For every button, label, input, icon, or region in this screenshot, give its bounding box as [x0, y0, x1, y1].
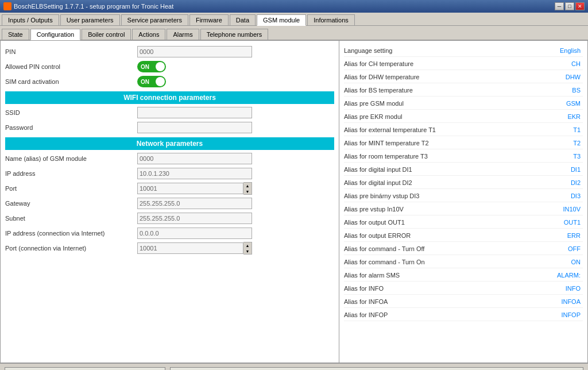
port-spin-down[interactable]: ▼: [243, 188, 252, 194]
alias-label-19: Alias for INFOP: [344, 311, 537, 318]
buttons-area: ✔ Write 🔑 Password for WIFI connection 🗑…: [0, 363, 588, 370]
port-spin-up[interactable]: ▲: [243, 183, 252, 188]
alias-label-2: Alias for BS temperature: [344, 87, 537, 94]
alias-value-1: DHW: [537, 74, 583, 80]
alias-value-7: T3: [537, 153, 583, 160]
change-language-button[interactable]: Change language: [170, 367, 583, 370]
alias-label-8: Alias for digital input DI1: [344, 166, 537, 173]
ip-internet-input[interactable]: [137, 228, 252, 239]
tab-user-parameters[interactable]: User parameters: [60, 14, 120, 25]
ssid-row: SSID: [5, 106, 334, 119]
alias-label-18: Alias for INFOA: [344, 298, 537, 305]
port-internet-spin-buttons: ▲ ▼: [243, 242, 252, 255]
subtab-state[interactable]: State: [2, 29, 29, 40]
tab-firmware[interactable]: Firmware: [189, 14, 229, 25]
write-button[interactable]: ✔ Write: [5, 367, 165, 370]
ssid-label: SSID: [5, 109, 137, 116]
alias-label-15: Alias for command - Turn On: [344, 259, 537, 265]
alias-value-0: CH: [537, 60, 583, 67]
subtab-actions[interactable]: Actions: [132, 29, 165, 40]
alias-value-12: OUT1: [537, 219, 583, 226]
app-icon: [3, 2, 11, 10]
alias-row-12: Alias for output OUT1OUT1: [344, 217, 583, 229]
alias-label-14: Alias for command - Turn Off: [344, 245, 537, 252]
alias-row-19: Alias for INFOPINFOP: [344, 310, 583, 321]
wifi-section-header: WIFI connection parameters: [5, 91, 334, 104]
alias-value-14: OFF: [537, 245, 583, 252]
alias-label-6: Alias for MINT temperature T2: [344, 140, 537, 147]
aliases-container: Alias for CH temperatureCHAlias for DHW …: [344, 59, 583, 321]
alias-row-0: Alias for CH temperatureCH: [344, 59, 583, 70]
name-input[interactable]: [137, 153, 252, 164]
alias-value-5: T1: [537, 126, 583, 133]
alias-row-15: Alias for command - Turn OnON: [344, 257, 583, 268]
alias-value-6: T2: [537, 140, 583, 147]
subtab-telephone-numbers[interactable]: Telephone numbers: [200, 29, 269, 40]
ssid-input[interactable]: [137, 107, 252, 118]
alias-row-9: Alias for digital input DI2DI2: [344, 178, 583, 189]
maximize-button[interactable]: □: [565, 2, 574, 10]
alias-label-17: Alias for INFO: [344, 285, 537, 292]
sim-toggle[interactable]: ON: [137, 76, 166, 87]
port-internet-spin-up[interactable]: ▲: [243, 242, 252, 248]
right-buttons: Change language 🔑 Password for network c…: [170, 367, 583, 370]
port-internet-row: Port (connection via Internet) ▲ ▼: [5, 242, 334, 255]
alias-value-15: ON: [537, 259, 583, 265]
port-internet-spin-down[interactable]: ▼: [243, 248, 252, 254]
title-bar: BoschELBSetting 1.7.7.1 - setup program …: [0, 0, 588, 13]
pin-row: PIN: [5, 45, 334, 58]
alias-row-8: Alias for digital input DI1DI1: [344, 164, 583, 176]
sim-toggle-label: ON: [137, 79, 149, 85]
name-row: Name (alias) of GSM module: [5, 152, 334, 165]
alias-value-19: INFOP: [537, 311, 583, 318]
alias-row-2: Alias for BS temperatureBS: [344, 85, 583, 97]
pin-input[interactable]: [137, 46, 252, 57]
alias-row-4: Alias pre EKR modulEKR: [344, 111, 583, 123]
content-area: PIN Allowed PIN control ON SIM card acti…: [0, 40, 588, 363]
tab-data[interactable]: Data: [230, 14, 256, 25]
minimize-button[interactable]: ─: [555, 2, 564, 10]
alias-value-13: ERR: [537, 232, 583, 239]
alias-value-9: DI2: [537, 179, 583, 186]
ip-internet-label: IP address (connection via Internet): [5, 230, 137, 237]
port-input[interactable]: [137, 183, 243, 194]
tab-inputs-outputs[interactable]: Inputs / Outputs: [2, 14, 59, 25]
ip-row: IP address: [5, 167, 334, 180]
alias-row-1: Alias for DHW temperatureDHW: [344, 72, 583, 83]
subtab-boiler-control[interactable]: Boiler control: [82, 29, 131, 40]
alias-label-5: Alias for external temperature T1: [344, 126, 537, 133]
subtab-configuration[interactable]: Configuration: [30, 29, 80, 40]
gateway-input[interactable]: [137, 198, 252, 209]
allowed-pin-row: Allowed PIN control ON: [5, 60, 334, 73]
alias-value-11: IN10V: [537, 206, 583, 213]
allowed-pin-toggle[interactable]: ON: [137, 61, 166, 72]
password-row: Password: [5, 121, 334, 134]
alias-label-7: Alias for room temperature T3: [344, 153, 537, 160]
subtab-alarms[interactable]: Alarms: [167, 29, 199, 40]
alias-row-3: Alias pre GSM modulGSM: [344, 98, 583, 110]
toggle-knob: [156, 62, 165, 71]
tab-informations[interactable]: Informations: [307, 14, 355, 25]
network-section-header: Network parameters: [5, 137, 334, 150]
close-button[interactable]: ✕: [575, 2, 585, 10]
main-navigation: Inputs / Outputs User parameters Service…: [0, 13, 588, 26]
subnet-input[interactable]: [137, 213, 252, 224]
tab-gsm-module[interactable]: GSM module: [257, 14, 306, 26]
window-title: BoschELBSetting 1.7.7.1 - setup program …: [14, 3, 173, 10]
password-label: Password: [5, 124, 137, 131]
alias-value-8: DI1: [537, 166, 583, 173]
ip-input[interactable]: [137, 168, 252, 179]
subnet-label: Subnet: [5, 215, 137, 222]
alias-value-10: DI3: [537, 192, 583, 199]
password-input[interactable]: [137, 122, 252, 133]
tab-service-parameters[interactable]: Service parameters: [121, 14, 188, 25]
alias-value-18: INFOA: [537, 298, 583, 305]
right-panel: Language setting English Alias for CH te…: [339, 41, 587, 363]
sim-toggle-knob: [156, 77, 165, 86]
left-panel: PIN Allowed PIN control ON SIM card acti…: [1, 41, 339, 363]
port-internet-input[interactable]: [137, 242, 243, 254]
alias-label-1: Alias for DHW temperature: [344, 74, 537, 80]
alias-value-3: GSM: [537, 100, 583, 107]
language-value: English: [537, 47, 583, 54]
allowed-pin-label: Allowed PIN control: [5, 63, 137, 70]
